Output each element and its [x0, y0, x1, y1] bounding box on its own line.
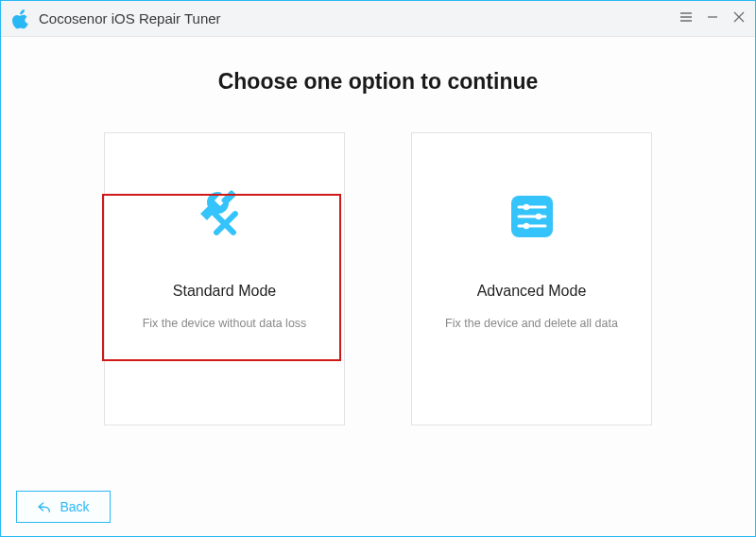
- window-controls: [679, 10, 746, 26]
- svg-point-7: [523, 204, 528, 210]
- sliders-icon: [507, 179, 557, 254]
- back-arrow-icon: [37, 500, 52, 513]
- standard-mode-desc: Fix the device without data loss: [143, 317, 307, 330]
- advanced-mode-card[interactable]: Advanced Mode Fix the device and delete …: [411, 132, 652, 425]
- titlebar: Cocosenor iOS Repair Tuner: [1, 1, 755, 37]
- app-window: Cocosenor iOS Repair Tuner Choose one op…: [0, 0, 756, 537]
- minimize-icon[interactable]: [706, 10, 719, 26]
- main-content: Choose one option to continue Standard M…: [1, 37, 755, 536]
- svg-point-9: [523, 223, 528, 229]
- back-button-label: Back: [60, 499, 89, 514]
- standard-mode-card[interactable]: Standard Mode Fix the device without dat…: [104, 132, 345, 425]
- standard-mode-title: Standard Mode: [173, 283, 276, 300]
- back-button[interactable]: Back: [16, 491, 111, 523]
- page-heading: Choose one option to continue: [58, 69, 698, 95]
- menu-icon[interactable]: [679, 10, 693, 26]
- app-logo-icon: [10, 9, 31, 29]
- advanced-mode-title: Advanced Mode: [477, 283, 587, 300]
- mode-cards: Standard Mode Fix the device without dat…: [58, 132, 698, 425]
- svg-point-8: [535, 214, 541, 219]
- tools-icon: [195, 179, 255, 254]
- app-title: Cocosenor iOS Repair Tuner: [39, 10, 221, 26]
- close-icon[interactable]: [732, 10, 746, 26]
- advanced-mode-desc: Fix the device and delete all data: [445, 317, 618, 330]
